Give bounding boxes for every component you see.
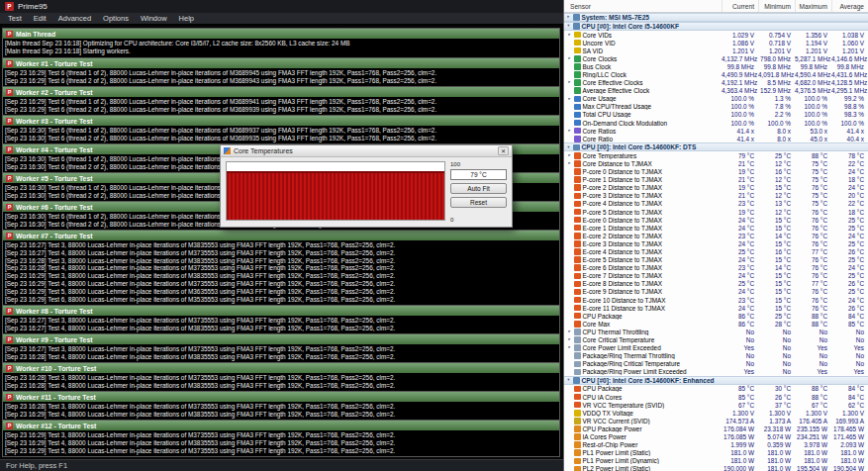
sensor-row[interactable]: CPU Package86 °C25 °C88 °C84 °C [564, 312, 868, 320]
sensor-row[interactable]: CPU IA Cores85 °C26 °C88 °C84 °C [564, 393, 868, 401]
sensor-row[interactable]: E-core 0 Distance to TJMAX24 °C15 °C76 °… [564, 216, 868, 224]
mdi-window-titlebar[interactable]: PWorker #1 - Torture Test [3, 58, 559, 68]
sensor-row[interactable]: Uncore VID1.086 V0.718 V1.194 V1.060 V [564, 39, 868, 47]
sensor-section-header[interactable]: ▾CPU [#0]: Intel Core i5-14600KF: DTS [564, 142, 868, 151]
menu-item-test[interactable]: Test [2, 14, 28, 23]
sensor-row[interactable]: PL2 Power Limit (Static)190.000 W181.0 W… [564, 465, 868, 471]
mdi-window-titlebar[interactable]: PWorker #3 - Torture Test [3, 116, 559, 126]
sensor-row[interactable]: E-core 9 Distance to TJMAX24 °C15 °C76 °… [564, 288, 868, 296]
sensor-row[interactable]: Rest-of-Chip Power1.999 W0.359 W3.978 W2… [564, 441, 868, 449]
sensor-row[interactable]: E-core 11 Distance to TJMAX24 °C15 °C76 … [564, 304, 868, 312]
section-expand-icon[interactable]: ▸ [566, 15, 571, 20]
sensor-row[interactable]: CPU Package Power176.084 W23.318 W235.15… [564, 424, 868, 432]
sensor-row[interactable]: E-core 3 Distance to TJMAX24 °C15 °C76 °… [564, 239, 868, 247]
row-expand-icon[interactable]: ▸ [567, 80, 572, 85]
sensor-row[interactable]: Total CPU Usage100.0 %2.2 %100.0 %98.3 % [564, 111, 868, 119]
sensor-row[interactable]: Ring/LLC Clock4,490.9 MHz4,091.8 MHz4,59… [564, 70, 868, 78]
sensor-row[interactable]: E-core 1 Distance to TJMAX24 °C15 °C76 °… [564, 224, 868, 232]
sensor-row[interactable]: P-core 4 Distance to TJMAX23 °C13 °C75 °… [564, 200, 868, 208]
sensor-section-header[interactable]: ▾CPU [#0]: Intel Core i5-14600KF [564, 22, 868, 31]
sensor-row[interactable]: E-core 6 Distance to TJMAX23 °C14 °C76 °… [564, 264, 868, 272]
sensor-section-header[interactable]: ▾CPU [#0]: Intel Core i5-14600KF: Enhanc… [564, 376, 868, 385]
sensor-row[interactable]: ▸Core Distance to TJMAX21 °C12 °C75 °C22… [564, 159, 868, 167]
row-expand-icon[interactable]: ▸ [567, 97, 572, 102]
sensor-value: 28 °C [758, 321, 795, 328]
sensor-row[interactable]: IA Cores Power176.085 W5.074 W234.251 W1… [564, 433, 868, 441]
sensor-row[interactable]: VDDQ TX Voltage1.300 V1.300 V1.300 V1.30… [564, 409, 868, 417]
sensor-row[interactable]: Average Effective Clock4,363.4 MHz152.9 … [564, 87, 868, 95]
column-header-maximum[interactable]: Maximum [795, 0, 831, 12]
row-expand-icon[interactable]: ▸ [567, 33, 572, 38]
sensor-row[interactable]: ▸Core Critical TemperatureNoNoNoNo [564, 335, 868, 343]
row-expand-icon[interactable]: ▸ [567, 161, 572, 166]
sensor-row[interactable]: ▸Core Temperatures79 °C25 °C88 °C78 °C [564, 151, 868, 159]
sensor-row[interactable]: Package/Ring Power Limit ExceededYesNoYe… [564, 368, 868, 376]
close-icon[interactable]: ✕ [498, 146, 509, 155]
sensor-row[interactable]: ▸Core VIDs1.029 V0.754 V1.356 V1.038 V [564, 31, 868, 39]
mdi-window-titlebar[interactable]: PWorker #9 - Torture Test [3, 334, 559, 344]
sensor-row[interactable]: P-core 0 Distance to TJMAX19 °C16 °C75 °… [564, 168, 868, 176]
mdi-window-titlebar[interactable]: PMain Thread [3, 29, 559, 39]
sensor-row[interactable]: Core Max86 °C28 °C88 °C85 °C [564, 320, 868, 328]
row-expand-icon[interactable]: ▸ [567, 56, 572, 61]
sensor-row[interactable]: Max CPU/Thread Usage100.0 %7.8 %100.0 %9… [564, 103, 868, 111]
sensor-row[interactable]: SA VID1.201 V1.201 V1.201 V1.201 V [564, 47, 868, 54]
sensor-row[interactable]: PL1 Power Limit (Dynamic)181.0 W181.0 W1… [564, 457, 868, 465]
menu-item-options[interactable]: Options [97, 14, 135, 23]
sensor-row[interactable]: On-Demand Clock Modulation100.0 %100.0 %… [564, 119, 868, 127]
column-header-current[interactable]: Current [722, 0, 758, 12]
column-header-sensor[interactable]: Sensor [564, 0, 722, 12]
sensor-row[interactable]: ▸CPU Thermal ThrottlingNoNoNoNo [564, 328, 868, 335]
sensor-row[interactable]: E-core 8 Distance to TJMAX25 °C15 °C77 °… [564, 280, 868, 288]
sensor-row[interactable]: P-core 3 Distance to TJMAX21 °C12 °C75 °… [564, 192, 868, 200]
core-temperatures-titlebar[interactable]: Core Temperatures ✕ [221, 145, 512, 157]
sensor-row[interactable]: P-core 2 Distance to TJMAX19 °C15 °C76 °… [564, 184, 868, 192]
row-expand-icon[interactable]: ▸ [567, 153, 572, 158]
sensor-row[interactable]: E-core 5 Distance to TJMAX24 °C15 °C76 °… [564, 256, 868, 264]
sensor-row[interactable]: Bus Clock99.8 MHz99.8 MHz99.8 MHz99.8 MH… [564, 62, 868, 70]
section-expand-icon[interactable]: ▾ [566, 24, 571, 29]
sensor-row[interactable]: Package/Ring Thermal ThrottlingNoNoNoNo [564, 352, 868, 360]
sensor-value: 15 °C [758, 288, 795, 295]
sensor-row[interactable]: P-core 1 Distance to TJMAX21 °C12 °C75 °… [564, 176, 868, 184]
sensor-row[interactable]: E-core 7 Distance to TJMAX24 °C15 °C76 °… [564, 272, 868, 280]
mdi-window-titlebar[interactable]: PWorker #7 - Torture Test [3, 231, 559, 240]
sensor-row[interactable]: E-core 4 Distance to TJMAX25 °C16 °C77 °… [564, 247, 868, 255]
sensor-row[interactable]: ▸Core Ratios41.4 x8.0 x53.0 x41.4 x [564, 127, 868, 135]
sensor-row[interactable]: Core Ratio41.4 x8.0 x45.0 x40.4 x [564, 135, 868, 142]
mdi-window-titlebar[interactable]: PWorker #8 - Torture Test [3, 306, 559, 316]
sensor-row[interactable]: Package/Ring Critical TemperatureNoNoNoN… [564, 360, 868, 368]
mdi-window-titlebar[interactable]: PWorker #12 - Torture Test [3, 421, 559, 430]
auto-fit-button[interactable]: Auto Fit [450, 183, 507, 194]
prime95-titlebar[interactable]: P Prime95 [0, 0, 563, 13]
menu-item-window[interactable]: Window [135, 14, 173, 23]
mdi-window-titlebar[interactable]: PWorker #10 - Torture Test [3, 363, 559, 373]
sensor-row[interactable]: ▸Core Power Limit ExceededYesNoYesYes [564, 344, 868, 352]
sensor-row[interactable]: ▸Core Clocks4,132.7 MHz798.0 MHz5,287.1 … [564, 54, 868, 62]
sensor-row[interactable]: PL1 Power Limit (Static)181.0 W181.0 W18… [564, 449, 868, 457]
mdi-window-titlebar[interactable]: PWorker #11 - Torture Test [3, 392, 559, 402]
section-expand-icon[interactable]: ▾ [566, 145, 571, 150]
sensor-row[interactable]: CPU Package85 °C30 °C88 °C84 °C [564, 385, 868, 393]
reset-button[interactable]: Reset [450, 197, 507, 208]
sensor-row[interactable]: E-core 2 Distance to TJMAX23 °C14 °C76 °… [564, 232, 868, 239]
column-header-average[interactable]: Average [831, 0, 868, 12]
sensor-row[interactable]: VR VCC Temperature (SVID)67 °C37 °C67 °C… [564, 401, 868, 409]
sensor-row[interactable]: P-core 5 Distance to TJMAX19 °C12 °C76 °… [564, 208, 868, 216]
core-temperatures-body: 100 79 °C Auto Fit Reset 0 [221, 157, 512, 227]
row-expand-icon[interactable]: ▸ [567, 330, 572, 334]
sensor-row[interactable]: VR VCC Current (SVID)174.573 A1.373 A176… [564, 417, 868, 424]
row-expand-icon[interactable]: ▸ [567, 345, 572, 350]
section-expand-icon[interactable]: ▾ [566, 378, 571, 383]
menu-item-advanced[interactable]: Advanced [52, 14, 97, 23]
menu-item-help[interactable]: Help [173, 14, 200, 23]
sensor-row[interactable]: E-core 10 Distance to TJMAX23 °C15 °C76 … [564, 296, 868, 304]
row-expand-icon[interactable]: ▸ [567, 337, 572, 342]
row-expand-icon[interactable]: ▸ [567, 129, 572, 134]
sensor-row[interactable]: ▸Core Effective Clocks4,192.1 MHz8.5 MHz… [564, 79, 868, 87]
mdi-window-titlebar[interactable]: PWorker #2 - Torture Test [3, 87, 559, 97]
column-header-minimum[interactable]: Minimum [758, 0, 795, 12]
sensor-section-header[interactable]: ▸System: MSI MS-7E25 [564, 13, 868, 22]
menu-item-edit[interactable]: Edit [28, 14, 52, 23]
sensor-row[interactable]: ▸Core Usage100.0 %1.3 %100.0 %99.2 % [564, 95, 868, 103]
